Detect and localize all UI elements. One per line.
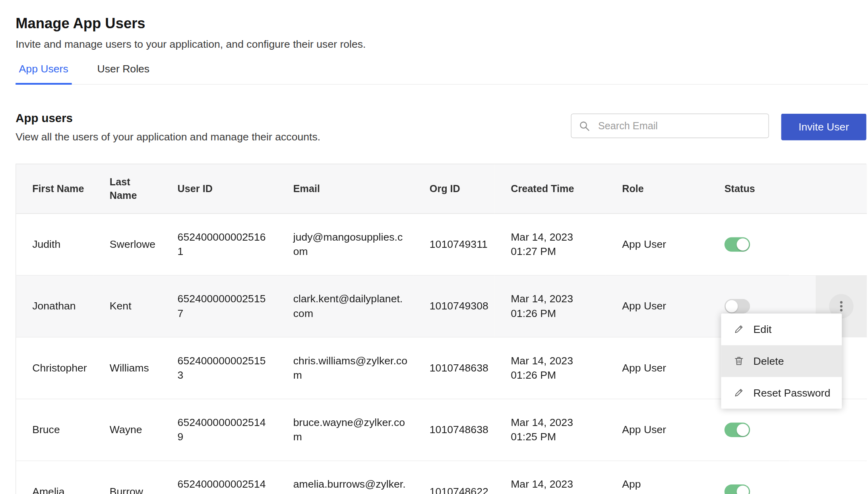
cell-role: App User — [606, 399, 709, 461]
row-context-menu: Edit Delete Reset Password — [721, 313, 842, 408]
col-email: Email — [277, 164, 413, 214]
trash-icon — [733, 355, 744, 366]
cell-first-name: Jonathan — [16, 275, 94, 337]
col-actions — [789, 164, 867, 214]
cell-user-id: 6524000000025153 — [161, 337, 277, 399]
cell-actions — [789, 214, 867, 275]
cell-last-name: Burrow — [93, 461, 161, 494]
toggle-knob — [737, 239, 749, 251]
section-title: App users — [15, 110, 320, 126]
cell-first-name: Judith — [16, 214, 94, 275]
section-header: App users View all the users of your app… — [15, 110, 868, 144]
menu-item-label: Delete — [754, 354, 833, 369]
col-org-id: Org ID — [413, 164, 494, 214]
vertical-ellipsis-icon — [835, 300, 848, 313]
cell-org-id: 1010749311 — [413, 214, 494, 275]
tab-bar: App Users User Roles — [15, 62, 868, 85]
cell-created-time: Mar 14, 2023 01:25 PM — [495, 399, 606, 461]
cell-org-id: 1010748638 — [413, 337, 494, 399]
cell-created-time: Mar 14, 2023 01:27 PM — [495, 214, 606, 275]
tab-app-users[interactable]: App Users — [15, 62, 72, 84]
table-row: Judith Swerlowe 6524000000025161 judy@ma… — [16, 214, 867, 275]
cell-status — [708, 214, 789, 275]
pencil-icon — [733, 387, 744, 398]
table-header-row: First Name Last Name User ID Email Org I… — [16, 164, 867, 214]
cell-role: App User — [606, 275, 709, 337]
cell-last-name: Williams — [93, 337, 161, 399]
cell-email: bruce.wayne@zylker.com — [277, 399, 413, 461]
cell-role: App User — [606, 214, 709, 275]
cell-user-id: 6524000000025145 — [161, 461, 277, 494]
pencil-icon — [733, 323, 744, 335]
menu-item-label: Reset Password — [754, 385, 833, 401]
cell-actions — [789, 461, 867, 494]
section-subtitle: View all the users of your application a… — [15, 130, 320, 144]
cell-email: chris.williams@zylker.com — [277, 337, 413, 399]
cell-last-name: Kent — [93, 275, 161, 337]
toggle-knob — [737, 424, 749, 436]
cell-created-time: Mar 14, 2023 12:57 PM — [495, 461, 606, 494]
menu-item-delete[interactable]: Delete — [721, 345, 842, 377]
page-subtitle: Invite and manage users to your applicat… — [15, 38, 868, 51]
cell-org-id: 1010748622 — [413, 461, 494, 494]
cell-org-id: 1010749308 — [413, 275, 494, 337]
search-box[interactable] — [571, 114, 769, 138]
status-toggle[interactable] — [725, 423, 750, 437]
cell-first-name: Bruce — [16, 399, 94, 461]
status-toggle[interactable] — [725, 237, 750, 252]
cell-last-name: Swerlowe — [93, 214, 161, 275]
menu-item-label: Edit — [754, 322, 833, 337]
cell-org-id: 1010748638 — [413, 399, 494, 461]
table-row: Amelia Burrow 6524000000025145 amelia.bu… — [16, 461, 867, 494]
cell-first-name: Christopher — [16, 337, 94, 399]
cell-email: clark.kent@dailyplanet.com — [277, 275, 413, 337]
col-role: Role — [606, 164, 709, 214]
cell-role: App User — [606, 337, 709, 399]
search-icon — [578, 120, 591, 132]
tab-user-roles[interactable]: User Roles — [94, 62, 153, 84]
cell-role: App Administrator — [606, 461, 709, 494]
cell-first-name: Amelia — [16, 461, 94, 494]
status-toggle[interactable] — [725, 485, 750, 494]
section-controls: Invite User — [571, 114, 866, 140]
menu-item-edit[interactable]: Edit — [721, 313, 842, 345]
toggle-knob — [737, 486, 749, 494]
cell-created-time: Mar 14, 2023 01:26 PM — [495, 275, 606, 337]
menu-item-reset-password[interactable]: Reset Password — [721, 377, 842, 409]
col-created-time: Created Time — [495, 164, 606, 214]
section-text: App users View all the users of your app… — [15, 110, 320, 144]
col-status: Status — [708, 164, 789, 214]
search-email-input[interactable] — [597, 119, 761, 132]
page-title: Manage App Users — [15, 14, 868, 32]
cell-email: judy@mangosupplies.com — [277, 214, 413, 275]
col-first-name: First Name — [16, 164, 94, 214]
cell-user-id: 6524000000025161 — [161, 214, 277, 275]
cell-user-id: 6524000000025157 — [161, 275, 277, 337]
col-last-name: Last Name — [93, 164, 161, 214]
cell-user-id: 6524000000025149 — [161, 399, 277, 461]
cell-email: amelia.burrows@zylker.com — [277, 461, 413, 494]
toggle-knob — [726, 300, 738, 313]
col-user-id: User ID — [161, 164, 277, 214]
cell-created-time: Mar 14, 2023 01:26 PM — [495, 337, 606, 399]
invite-user-button[interactable]: Invite User — [781, 114, 866, 140]
page: Manage App Users Invite and manage users… — [0, 0, 868, 494]
cell-last-name: Wayne — [93, 399, 161, 461]
cell-status — [708, 461, 789, 494]
status-toggle[interactable] — [725, 299, 750, 313]
